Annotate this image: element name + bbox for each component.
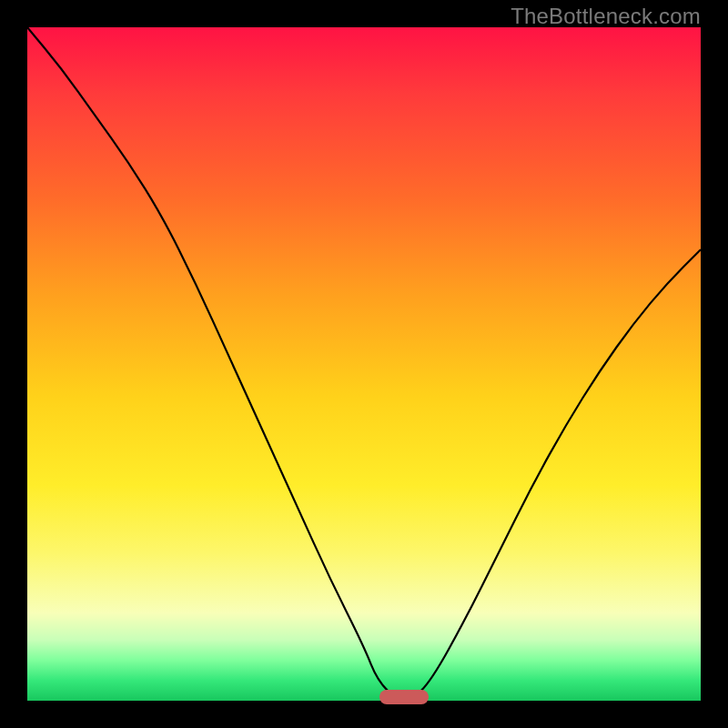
bottleneck-curve: [27, 27, 701, 701]
optimal-marker: [379, 690, 429, 704]
curve-path: [27, 27, 701, 701]
chart-frame: TheBottleneck.com: [0, 0, 728, 728]
watermark-text: TheBottleneck.com: [511, 4, 701, 29]
plot-area: [27, 27, 701, 701]
